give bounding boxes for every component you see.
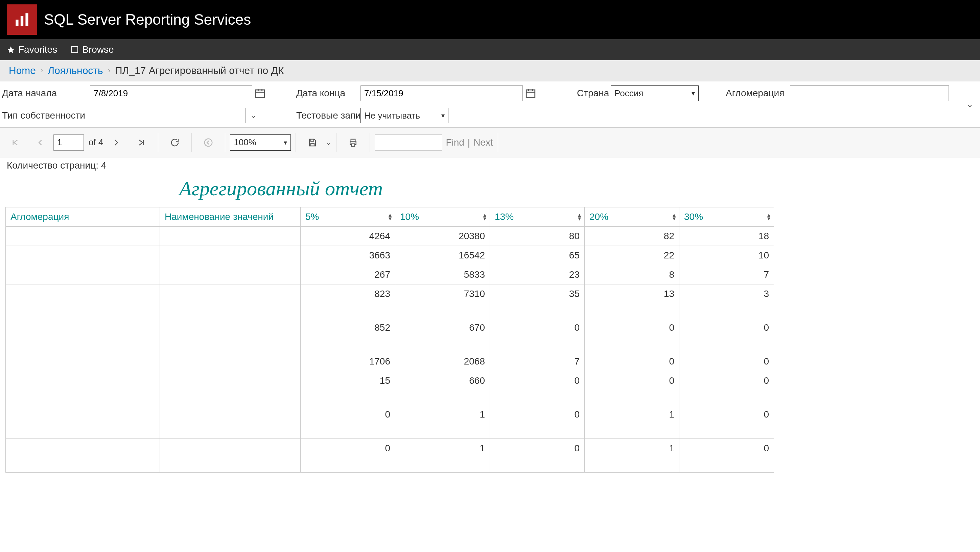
date-start-input[interactable] bbox=[90, 86, 252, 101]
test-value: Не учитывать bbox=[364, 111, 420, 121]
parameter-panel: Дата начала Дата конца Страна Россия ▾ bbox=[0, 81, 980, 128]
col-13pct[interactable]: 13%▴▾ bbox=[490, 208, 585, 227]
chevron-down-icon[interactable]: ⌄ bbox=[326, 138, 331, 147]
aglomeration-input[interactable] bbox=[790, 86, 949, 101]
cell-20pct: 1 bbox=[585, 405, 679, 439]
cell-20pct: 0 bbox=[585, 371, 679, 405]
app-header: SQL Server Reporting Services bbox=[0, 0, 980, 39]
cell-13pct: 0 bbox=[490, 318, 585, 352]
cell-20pct: 22 bbox=[585, 246, 679, 265]
print-button[interactable] bbox=[341, 132, 365, 153]
report-title: Агрегированный отчет bbox=[0, 174, 980, 207]
ownership-dropdown-toggle[interactable]: ⌄ bbox=[245, 108, 261, 123]
sort-icon: ▴▾ bbox=[767, 213, 770, 220]
breadcrumb-separator: › bbox=[41, 66, 43, 75]
back-button[interactable] bbox=[196, 132, 220, 153]
report-table: Агломерация Наименование значений 5%▴▾ 1… bbox=[5, 207, 774, 473]
date-end-input[interactable] bbox=[361, 86, 523, 101]
col-name[interactable]: Наименование значений bbox=[160, 208, 301, 227]
breadcrumb-current: ПЛ_17 Агрегированный отчет по ДК bbox=[115, 65, 284, 76]
cell-13pct: 7 bbox=[490, 352, 585, 371]
find-button[interactable]: Find bbox=[446, 137, 464, 148]
cell-10pct: 7310 bbox=[395, 284, 490, 318]
zoom-select[interactable]: 100% ▾ bbox=[230, 135, 291, 151]
find-input[interactable] bbox=[375, 135, 442, 151]
first-page-icon bbox=[10, 138, 20, 148]
cell-name bbox=[160, 405, 301, 439]
find-next-button[interactable]: Next bbox=[473, 137, 493, 148]
country-select[interactable]: Россия ▾ bbox=[611, 86, 698, 101]
last-page-icon bbox=[136, 138, 146, 148]
cell-5pct: 3663 bbox=[301, 246, 395, 265]
breadcrumb-home[interactable]: Home bbox=[9, 65, 36, 76]
cell-20pct: 8 bbox=[585, 265, 679, 284]
cell-20pct: 13 bbox=[585, 284, 679, 318]
cell-aglomeration bbox=[6, 227, 160, 246]
cell-5pct: 1706 bbox=[301, 352, 395, 371]
back-icon bbox=[203, 138, 213, 148]
svg-rect-2 bbox=[25, 13, 28, 26]
svg-point-12 bbox=[205, 138, 212, 146]
browse-link[interactable]: Browse bbox=[71, 44, 114, 55]
col-30pct[interactable]: 30%▴▾ bbox=[679, 208, 774, 227]
cell-10pct: 660 bbox=[395, 371, 490, 405]
test-select[interactable]: Не учитывать ▾ bbox=[361, 108, 449, 123]
col-aglomeration[interactable]: Агломерация bbox=[6, 208, 160, 227]
cell-aglomeration bbox=[6, 246, 160, 265]
cell-5pct: 823 bbox=[301, 284, 395, 318]
refresh-button[interactable] bbox=[163, 132, 187, 153]
table-row: 852670000 bbox=[6, 318, 774, 352]
cell-30pct: 0 bbox=[679, 405, 774, 439]
cell-30pct: 0 bbox=[679, 371, 774, 405]
cell-10pct: 16542 bbox=[395, 246, 490, 265]
cell-aglomeration bbox=[6, 439, 160, 473]
sort-icon: ▴▾ bbox=[388, 213, 391, 220]
table-row: 366316542652210 bbox=[6, 246, 774, 265]
col-10pct[interactable]: 10%▴▾ bbox=[395, 208, 490, 227]
cell-name bbox=[160, 284, 301, 318]
cell-aglomeration bbox=[6, 318, 160, 352]
date-start-picker[interactable] bbox=[252, 86, 268, 101]
table-row: 01010 bbox=[6, 439, 774, 473]
app-title: SQL Server Reporting Services bbox=[44, 11, 251, 28]
ownership-input[interactable] bbox=[90, 108, 245, 123]
sub-header: Favorites Browse bbox=[0, 39, 980, 60]
bar-chart-icon bbox=[14, 11, 30, 28]
first-page-button[interactable] bbox=[3, 132, 27, 153]
calendar-icon bbox=[525, 87, 536, 99]
chevron-down-icon: ▾ bbox=[692, 89, 695, 97]
breadcrumb-separator: › bbox=[108, 66, 110, 75]
favorites-link[interactable]: Favorites bbox=[7, 44, 57, 55]
page-count-label: of 4 bbox=[89, 137, 103, 148]
find-separator: | bbox=[468, 137, 470, 148]
prev-page-button[interactable] bbox=[29, 132, 52, 153]
cell-30pct: 0 bbox=[679, 439, 774, 473]
col-5pct[interactable]: 5%▴▾ bbox=[301, 208, 395, 227]
cell-13pct: 0 bbox=[490, 439, 585, 473]
refresh-icon bbox=[170, 138, 180, 148]
table-row: 426420380808218 bbox=[6, 227, 774, 246]
export-button[interactable] bbox=[301, 132, 324, 153]
toolbar-separator bbox=[225, 133, 225, 152]
last-page-button[interactable] bbox=[129, 132, 153, 153]
chevron-down-icon: ▾ bbox=[441, 111, 445, 120]
date-start-label: Дата начала bbox=[2, 88, 57, 98]
cell-10pct: 1 bbox=[395, 405, 490, 439]
svg-rect-0 bbox=[16, 20, 18, 26]
date-end-picker[interactable] bbox=[523, 86, 538, 101]
cell-10pct: 1 bbox=[395, 439, 490, 473]
breadcrumb-loyalty[interactable]: Лояльность bbox=[48, 65, 103, 76]
cell-name bbox=[160, 318, 301, 352]
toolbar-separator bbox=[158, 133, 158, 152]
test-label: Тестовые записи bbox=[296, 110, 371, 121]
svg-rect-4 bbox=[256, 90, 264, 98]
panel-collapse-toggle[interactable]: ⌄ bbox=[966, 100, 973, 109]
next-page-button[interactable] bbox=[105, 132, 128, 153]
cell-30pct: 7 bbox=[679, 265, 774, 284]
page-number-input[interactable] bbox=[53, 135, 84, 151]
cell-13pct: 0 bbox=[490, 371, 585, 405]
col-20pct[interactable]: 20%▴▾ bbox=[585, 208, 679, 227]
cell-5pct: 0 bbox=[301, 405, 395, 439]
chevron-right-icon bbox=[111, 138, 121, 148]
toolbar-separator bbox=[296, 133, 296, 152]
